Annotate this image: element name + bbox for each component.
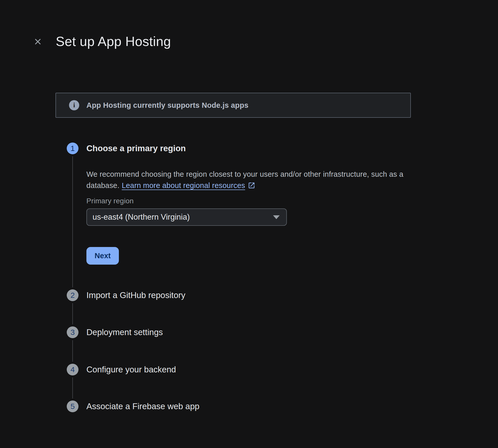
next-button[interactable]: Next — [86, 247, 119, 265]
step-3-title: Deployment settings — [86, 326, 163, 338]
dropdown-arrow-icon — [273, 215, 280, 219]
stepper-connector — [72, 156, 73, 287]
step-1-title: Choose a primary region — [86, 143, 186, 154]
learn-more-link[interactable]: Learn more about regional resources — [122, 181, 255, 190]
banner-message: App Hosting currently supports Node.js a… — [86, 101, 248, 110]
step-5-circle: 5 — [67, 400, 78, 412]
region-description-line1: We recommend choosing the region closest… — [86, 169, 403, 180]
primary-region-value: us-east4 (Northern Virginia) — [93, 213, 190, 222]
primary-region-select[interactable]: us-east4 (Northern Virginia) — [86, 208, 287, 226]
step-5-title: Associate a Firebase web app — [86, 400, 199, 412]
stepper-connector — [72, 303, 73, 324]
info-icon-glyph: i — [73, 101, 75, 109]
stepper-connector — [72, 340, 73, 362]
step-1-circle: 1 — [67, 143, 78, 154]
info-icon: i — [69, 100, 79, 110]
step-2-number: 2 — [71, 291, 75, 300]
close-icon — [33, 37, 42, 46]
primary-region-label: Primary region — [86, 197, 134, 205]
step-3-circle: 3 — [67, 326, 78, 338]
step-2-title: Import a GitHub repository — [86, 289, 185, 301]
step-4-title: Configure your backend — [86, 364, 176, 375]
step-2-circle: 2 — [67, 289, 78, 301]
step-4-number: 4 — [71, 365, 75, 374]
learn-more-link-label: Learn more about regional resources — [122, 181, 245, 190]
step-5-number: 5 — [71, 402, 75, 411]
info-banner: i App Hosting currently supports Node.js… — [55, 93, 411, 118]
step-3-number: 3 — [71, 328, 75, 337]
setup-app-hosting-dialog: { "header": { "title": "Set up App Hosti… — [0, 0, 498, 448]
step-1-number: 1 — [71, 144, 75, 153]
page-title: Set up App Hosting — [56, 34, 171, 49]
close-button[interactable] — [32, 36, 43, 47]
external-link-icon — [248, 181, 255, 192]
region-description-prefix: database. — [86, 181, 119, 190]
stepper-connector — [72, 378, 73, 398]
region-description-line2: database.Learn more about regional resou… — [86, 180, 255, 191]
step-4-circle: 4 — [67, 364, 78, 375]
